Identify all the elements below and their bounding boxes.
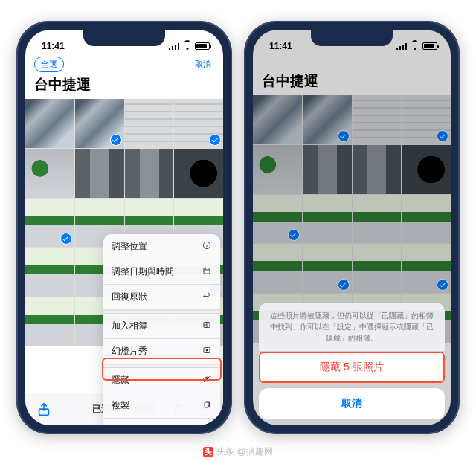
calendar-icon <box>202 265 212 278</box>
photo-thumbnail[interactable] <box>75 149 124 198</box>
watermark-logo: 头 <box>203 447 213 457</box>
action-sheet: 這些照片將被隱藏，但仍可以從「已隱藏」的相簿中找到。你可以在「設定」中選擇顯示或… <box>259 303 445 419</box>
device-right: 11:41 台中捷運 這些照片將被隱藏，但仍可以從「已隱藏」的相簿中找到。你可以… <box>244 21 460 434</box>
nav-bar: 全選 取消 <box>25 55 223 74</box>
menu-item-label: 複製 <box>112 399 129 412</box>
photo-thumbnail[interactable] <box>125 149 174 198</box>
menu-item-label: 調整日期與時間 <box>112 265 174 278</box>
menu-item-play[interactable]: 幻燈片秀 <box>103 339 220 364</box>
svg-rect-1 <box>204 268 210 274</box>
copy-icon <box>202 425 212 425</box>
album-icon <box>202 320 212 332</box>
battery-icon <box>195 42 210 50</box>
wifi-icon <box>182 42 192 50</box>
menu-item-label: 回復原狀 <box>112 291 147 303</box>
photo-thumbnail[interactable] <box>25 248 74 297</box>
menu-item-eye-off[interactable]: 隱藏 <box>103 368 220 393</box>
device-left: 11:41 全選 取消 台中捷運 調整位置調整日期與時間回復原狀加入相簿幻燈片秀… <box>16 21 232 434</box>
context-menu: 調整位置調整日期與時間回復原狀加入相簿幻燈片秀隱藏複製拷貝 <box>103 234 220 425</box>
menu-item-copy[interactable]: 拷貝 <box>103 419 220 425</box>
cancel-button[interactable]: 取消 <box>192 57 214 71</box>
menu-item-label: 隱藏 <box>112 374 129 387</box>
menu-item-label: 拷貝 <box>112 425 129 425</box>
menu-item-duplicate[interactable]: 複製 <box>103 393 220 419</box>
photo-thumbnail[interactable] <box>125 99 174 148</box>
photo-thumbnail[interactable] <box>25 99 74 148</box>
album-title: 台中捷運 <box>25 74 223 99</box>
menu-item-label: 幻燈片秀 <box>112 345 147 358</box>
action-sheet-cancel[interactable]: 取消 <box>259 388 445 419</box>
svg-rect-5 <box>205 402 209 407</box>
menu-item-label: 加入相簿 <box>112 320 147 332</box>
cellular-icon <box>169 42 179 50</box>
menu-item-label: 調整位置 <box>112 240 147 253</box>
photo-thumbnail[interactable] <box>25 297 74 346</box>
eye-off-icon <box>202 374 212 387</box>
photo-thumbnail[interactable] <box>25 149 74 198</box>
menu-item-undo[interactable]: 回復原狀 <box>103 285 220 310</box>
photo-thumbnail[interactable] <box>75 99 124 148</box>
photo-thumbnail[interactable] <box>174 99 223 148</box>
selection-check-icon <box>110 134 122 146</box>
menu-item-album[interactable]: 加入相簿 <box>103 314 220 339</box>
selection-check-icon <box>60 233 72 245</box>
select-all-button[interactable]: 全選 <box>34 57 64 72</box>
selection-check-icon <box>209 134 221 146</box>
menu-item-info[interactable]: 調整位置 <box>103 234 220 259</box>
notch <box>83 30 165 46</box>
watermark: 头头条 @搞趣网 <box>0 445 476 458</box>
menu-item-calendar[interactable]: 調整日期與時間 <box>103 259 220 285</box>
action-sheet-message: 這些照片將被隱藏，但仍可以從「已隱藏」的相簿中找到。你可以在「設定」中選擇顯示或… <box>259 303 445 352</box>
photo-thumbnail[interactable] <box>174 149 223 198</box>
hide-photos-button[interactable]: 隱藏 5 張照片 <box>259 352 445 383</box>
share-icon[interactable] <box>36 402 52 418</box>
status-time: 11:41 <box>42 41 65 51</box>
photo-thumbnail[interactable] <box>25 199 74 248</box>
undo-icon <box>202 291 212 303</box>
play-icon <box>202 345 212 358</box>
duplicate-icon <box>202 399 212 412</box>
info-icon <box>202 240 212 253</box>
notch <box>311 30 393 46</box>
